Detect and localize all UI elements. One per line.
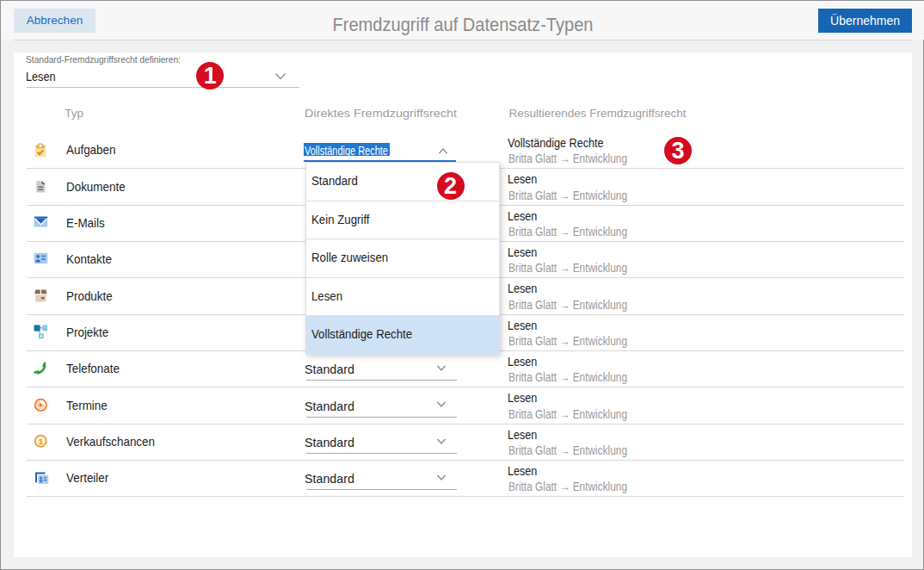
svg-text:1: 1 <box>39 437 44 446</box>
